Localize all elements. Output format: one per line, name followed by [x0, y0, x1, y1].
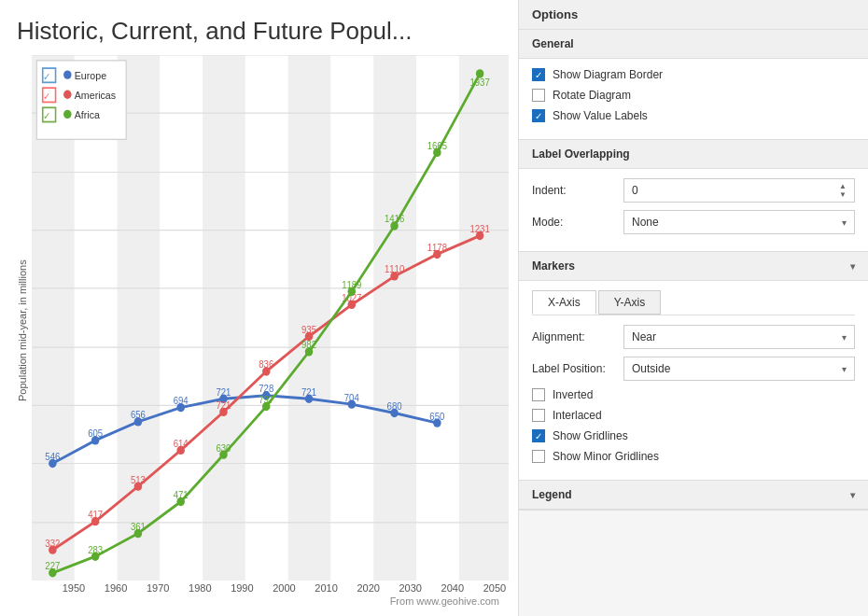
label-position-value: Outside [632, 362, 670, 375]
chart-area: Population mid-year, in millions [17, 55, 509, 607]
x-label-2050: 2050 [481, 582, 509, 594]
chart-title: Historic, Current, and Future Popul... [17, 17, 509, 46]
chart-inner: 400 600 800 1000 1200 1400 1600 1800 200… [32, 55, 509, 607]
svg-text:694: 694 [174, 396, 189, 407]
mode-value: None [632, 216, 659, 229]
svg-text:656: 656 [131, 410, 146, 421]
general-section-body: Show Diagram Border Rotate Diagram Show … [519, 59, 868, 139]
x-label-1990: 1990 [228, 582, 256, 594]
indent-row: Indent: 0 ▲ ▼ [532, 178, 855, 203]
y-axis-tab[interactable]: Y-Axis [598, 290, 662, 315]
svg-text:546: 546 [45, 452, 60, 463]
x-label-2000: 2000 [270, 582, 298, 594]
general-title: General [532, 37, 574, 50]
svg-text:283: 283 [88, 544, 103, 555]
indent-value: 0 [632, 184, 638, 197]
label-overlapping-section: Label Overlapping Indent: 0 ▲ ▼ Mode: [519, 140, 868, 252]
alignment-select[interactable]: Near ▾ [623, 325, 855, 349]
svg-text:721: 721 [301, 386, 316, 398]
svg-rect-11 [459, 55, 509, 581]
show-gridlines-row[interactable]: Show Gridlines [532, 429, 855, 442]
x-label-2010: 2010 [313, 582, 341, 594]
options-content[interactable]: General Show Diagram Border Rotate Diagr… [519, 30, 868, 616]
chart-source: From www.geohive.com [32, 595, 509, 607]
svg-text:✓: ✓ [43, 111, 50, 122]
legend-chevron: ▾ [850, 490, 855, 500]
svg-rect-7 [288, 55, 331, 581]
options-header: Options [519, 0, 868, 30]
inverted-row[interactable]: Inverted [532, 388, 855, 401]
svg-text:836: 836 [259, 359, 273, 371]
svg-text:680: 680 [387, 401, 402, 413]
label-overlapping-header: Label Overlapping [519, 140, 868, 169]
indent-input[interactable]: 0 ▲ ▼ [623, 178, 855, 203]
svg-rect-9 [373, 55, 416, 581]
legend-section: Legend ▾ [519, 481, 868, 511]
legend-header[interactable]: Legend ▾ [519, 481, 868, 510]
alignment-chevron: ▾ [842, 332, 847, 343]
rotate-diagram-checkbox[interactable] [532, 89, 545, 102]
indent-arrows[interactable]: ▲ ▼ [839, 182, 847, 199]
mode-chevron: ▾ [842, 217, 847, 228]
svg-rect-10 [416, 55, 459, 581]
svg-text:721: 721 [216, 386, 231, 398]
x-label-1960: 1960 [102, 582, 130, 594]
show-diagram-border-checkbox[interactable] [532, 68, 545, 81]
svg-text:614: 614 [174, 438, 189, 449]
svg-text:1937: 1937 [469, 77, 490, 88]
x-label-2020: 2020 [355, 582, 383, 594]
markers-chevron: ▾ [850, 261, 855, 272]
svg-text:✓: ✓ [43, 72, 50, 83]
svg-text:1416: 1416 [385, 214, 405, 225]
rotate-diagram-row[interactable]: Rotate Diagram [532, 89, 855, 102]
show-value-labels-label: Show Value Labels [553, 109, 648, 122]
x-label-1950: 1950 [60, 582, 88, 594]
inverted-checkbox[interactable] [532, 388, 545, 401]
x-label-2040: 2040 [439, 582, 467, 594]
svg-text:797: 797 [259, 395, 273, 406]
svg-text:Europe: Europe [75, 69, 106, 81]
chart-svg: 400 600 800 1000 1200 1400 1600 1800 200… [32, 55, 509, 581]
svg-rect-6 [245, 55, 288, 581]
x-axis-tab[interactable]: X-Axis [532, 290, 596, 315]
label-overlapping-title: Label Overlapping [532, 147, 630, 161]
show-diagram-border-row[interactable]: Show Diagram Border [532, 68, 855, 81]
svg-text:Africa: Africa [75, 109, 101, 121]
svg-rect-8 [330, 55, 373, 581]
markers-header[interactable]: Markers ▾ [519, 252, 868, 281]
svg-text:982: 982 [301, 340, 316, 351]
label-position-label: Label Position: [532, 362, 616, 375]
svg-text:1178: 1178 [427, 243, 448, 254]
rotate-diagram-label: Rotate Diagram [553, 89, 631, 102]
show-gridlines-checkbox[interactable] [532, 429, 545, 442]
label-overlapping-body: Indent: 0 ▲ ▼ Mode: None ▾ [519, 169, 868, 251]
inverted-label: Inverted [553, 388, 593, 401]
svg-text:650: 650 [429, 411, 444, 422]
indent-label: Indent: [532, 184, 616, 197]
svg-text:361: 361 [131, 522, 146, 533]
svg-text:1110: 1110 [385, 264, 405, 275]
label-position-select[interactable]: Outside ▾ [623, 357, 855, 381]
markers-section: Markers ▾ X-Axis Y-Axis Alignment: Near … [519, 252, 868, 481]
x-axis-labels: 1950 1960 1970 1980 1990 2000 2010 2020 … [32, 581, 509, 594]
show-value-labels-row[interactable]: Show Value Labels [532, 109, 855, 122]
svg-text:935: 935 [301, 324, 316, 335]
svg-text:1665: 1665 [427, 140, 448, 151]
svg-text:471: 471 [174, 490, 189, 501]
markers-body: X-Axis Y-Axis Alignment: Near ▾ Label Po… [519, 281, 868, 480]
show-minor-gridlines-row[interactable]: Show Minor Gridlines [532, 450, 855, 463]
svg-text:605: 605 [88, 428, 103, 440]
svg-text:417: 417 [88, 510, 103, 521]
show-minor-gridlines-checkbox[interactable] [532, 450, 545, 463]
alignment-row: Alignment: Near ▾ [532, 325, 855, 349]
svg-text:630: 630 [216, 442, 231, 454]
alignment-label: Alignment: [532, 330, 616, 343]
interlaced-label: Interlaced [553, 409, 602, 422]
interlaced-checkbox[interactable] [532, 409, 545, 422]
svg-text:✓: ✓ [43, 91, 50, 103]
interlaced-row[interactable]: Interlaced [532, 409, 855, 422]
chart-panel: Historic, Current, and Future Popul... P… [0, 0, 518, 616]
show-value-labels-checkbox[interactable] [532, 109, 545, 122]
svg-text:1231: 1231 [469, 224, 490, 235]
mode-select[interactable]: None ▾ [623, 210, 855, 234]
